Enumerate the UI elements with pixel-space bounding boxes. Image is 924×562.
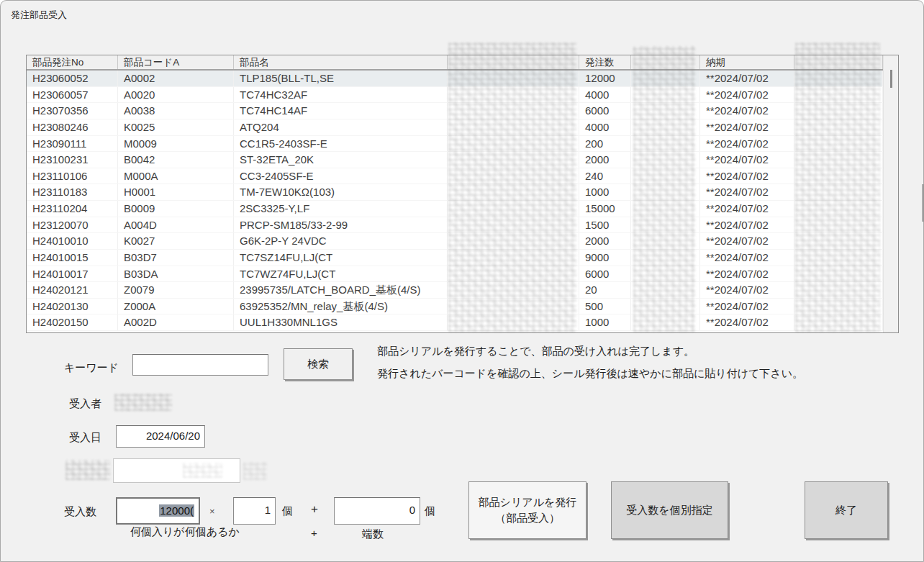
cell-order_no: H23110106	[27, 168, 118, 184]
box-count-input[interactable]: 1	[233, 497, 276, 525]
column-header-name[interactable]: 部品名	[234, 55, 448, 69]
remainder-input[interactable]: 0	[334, 497, 420, 525]
cell-due: **2024/07/02	[700, 266, 794, 282]
cell-order_no: H24020130	[27, 299, 118, 314]
receive-date-label: 受入日	[69, 431, 101, 445]
column-header-due[interactable]: 納期	[700, 55, 794, 69]
cell-qty: 1000	[579, 184, 631, 200]
individual-qty-label: 受入数を個別指定	[626, 502, 712, 518]
cell-order_no: H23060057	[27, 87, 118, 103]
search-button-label: 検索	[307, 356, 329, 372]
hint-boxes: 何個入りが何個あるか	[130, 525, 240, 539]
cell-qty: 1000	[579, 314, 631, 330]
cell-code: A0038	[118, 103, 234, 119]
cell-code: A002D	[118, 314, 234, 330]
cell-order_no: H24020121	[27, 282, 118, 298]
cell-due: **2024/07/02	[700, 201, 794, 217]
unit-label-2: 個	[425, 504, 435, 518]
cell-name: 2SC3325-Y,LF	[234, 201, 448, 217]
cell-name: ST-32ETA_20K	[234, 152, 448, 168]
column-header-qty[interactable]: 発注数	[579, 55, 631, 69]
cell-qty: 240	[579, 168, 631, 184]
scrollbar-thumb[interactable]	[890, 70, 892, 88]
app-window: 発注部品受入 部品発注No部品コードA部品名発注数納期 H23060052A00…	[0, 0, 924, 562]
cell-name: 23995735/LATCH_BOARD_基板(4/S)	[234, 282, 448, 298]
cell-due: **2024/07/02	[700, 87, 794, 103]
cell-code: B0042	[118, 152, 234, 168]
hint-remainder: 端数	[362, 527, 384, 541]
cell-code: B03DA	[118, 266, 234, 282]
receiver-label: 受入者	[69, 397, 101, 411]
hint-plus: +	[311, 527, 317, 539]
cell-name: TC74HC32AF	[234, 87, 448, 103]
cell-due: **2024/07/02	[700, 103, 794, 119]
cell-name: TC7SZ14FU,LJ(CT	[234, 250, 448, 266]
column-header-code[interactable]: 部品コードA	[118, 55, 234, 69]
cell-code: K0027	[118, 233, 234, 249]
redacted-column-3	[795, 42, 880, 332]
cell-due: **2024/07/02	[700, 233, 794, 249]
cell-qty: 500	[579, 299, 631, 314]
cell-code: H0001	[118, 184, 234, 200]
search-button[interactable]: 検索	[284, 348, 353, 380]
cell-name: TC74HC14AF	[234, 103, 448, 119]
cell-name: UUL1H330MNL1GS	[234, 314, 448, 330]
cell-order_no: H23110183	[27, 184, 118, 200]
cell-order_no: H23090111	[27, 136, 118, 152]
cell-order_no: H24010017	[27, 266, 118, 282]
cell-due: **2024/07/02	[700, 299, 794, 314]
issue-serial-label-line1: 部品シリアルを発行	[479, 494, 577, 510]
cell-order_no: H23120070	[27, 217, 118, 233]
qty-per-box-input[interactable]: 12000(	[116, 497, 200, 525]
issue-serial-button[interactable]: 部品シリアルを発行 （部品受入）	[468, 481, 586, 539]
cell-due: **2024/07/02	[700, 184, 794, 200]
cell-order_no: H23100231	[27, 152, 118, 168]
box-count-value: 1	[265, 504, 271, 516]
receive-date-field[interactable]: 2024/06/20	[116, 425, 205, 448]
issue-serial-label-line2: （部品受入）	[495, 510, 560, 526]
redacted-column-1	[448, 42, 576, 332]
exit-button[interactable]: 終了	[805, 481, 888, 539]
cell-qty: 200	[579, 136, 631, 152]
cell-qty: 15000	[579, 201, 631, 217]
cell-code: A0002	[118, 71, 234, 86]
exit-button-label: 終了	[835, 502, 857, 518]
receive-qty-label: 受入数	[64, 505, 96, 519]
cell-code: B03D7	[118, 250, 234, 266]
cell-order_no: H23080246	[27, 119, 118, 135]
cell-name: TM-7EW10KΩ(103)	[234, 184, 448, 200]
unit-label-1: 個	[282, 504, 293, 518]
multiply-sign: ×	[209, 506, 215, 517]
cell-name: CC3-2405SF-E	[234, 168, 448, 184]
cell-code: Z0079	[118, 282, 234, 298]
keyword-input[interactable]	[132, 354, 268, 376]
cell-name: G6K-2P-Y 24VDC	[234, 233, 448, 249]
cell-qty: 9000	[579, 250, 631, 266]
cell-due: **2024/07/02	[700, 168, 794, 184]
cell-name: CC1R5-2403SF-E	[234, 136, 448, 152]
column-header-order_no[interactable]: 部品発注No	[27, 55, 118, 69]
cell-qty: 4000	[579, 119, 631, 135]
instruction-line-2: 発行されたバーコードを確認の上、シール発行後は速やかに部品に貼り付けて下さい。	[377, 367, 803, 381]
individual-qty-button[interactable]: 受入数を個別指定	[611, 481, 728, 539]
redacted-field-value	[183, 463, 222, 478]
cell-qty: 20	[579, 282, 631, 298]
cell-qty: 6000	[579, 266, 631, 282]
cell-code: A0020	[118, 87, 234, 103]
vertical-scrollbar[interactable]	[883, 55, 898, 332]
qty-per-box-value: 12000(	[159, 504, 194, 517]
cell-order_no: H23070356	[27, 103, 118, 119]
cell-due: **2024/07/02	[700, 217, 794, 233]
cell-due: **2024/07/02	[700, 250, 794, 266]
cell-code: M0009	[118, 136, 234, 152]
cell-order_no: H24010010	[27, 233, 118, 249]
cell-qty: 4000	[579, 87, 631, 103]
redacted-field-label	[65, 460, 110, 480]
cell-due: **2024/07/02	[700, 119, 794, 135]
cell-name: ATQ204	[234, 119, 448, 135]
cell-order_no: H23060052	[27, 71, 118, 86]
cell-due: **2024/07/02	[700, 136, 794, 152]
redacted-field-suffix	[243, 462, 267, 480]
cell-due: **2024/07/02	[700, 152, 794, 168]
cell-qty: 12000	[579, 71, 631, 86]
